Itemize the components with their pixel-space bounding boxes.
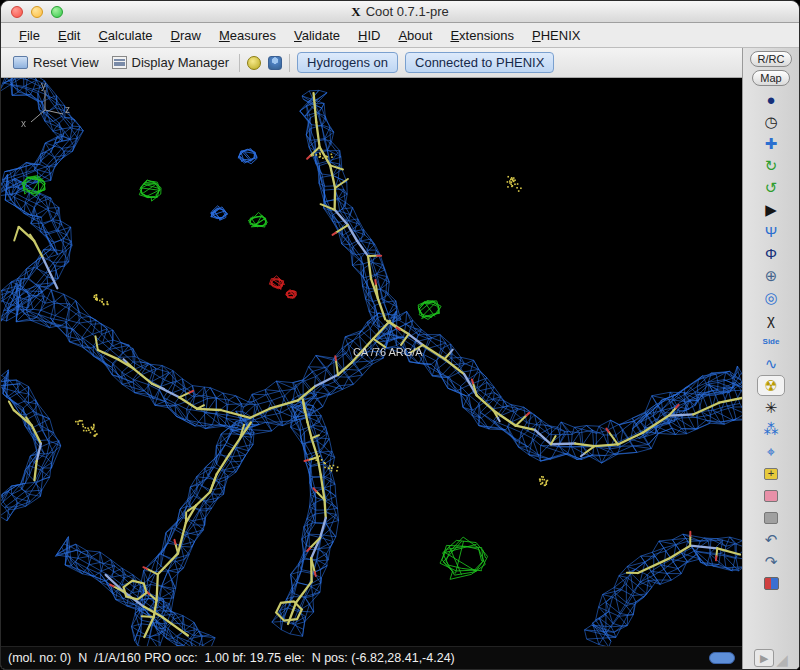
clock-icon[interactable]: ◷ [757, 111, 785, 132]
axis-z-label: z [65, 104, 70, 115]
torsion-icon[interactable]: ↺ [757, 177, 785, 198]
add-waters-icon[interactable]: ⁂ [757, 419, 785, 440]
viewport: y z x CA /76 ARG/A [1, 78, 742, 646]
sphere-icon[interactable]: ● [757, 89, 785, 110]
reset-view-icon [13, 56, 28, 69]
resize-grip-icon[interactable]: ◢ [776, 652, 788, 667]
menu-bar: File Edit Calculate Draw Measures Valida… [1, 23, 799, 48]
mutate-icon[interactable]: Φ [757, 243, 785, 264]
hydrogens-toggle[interactable]: Hydrogens on [297, 52, 398, 73]
window-controls [11, 6, 63, 18]
radiation-icon[interactable]: ☢ [757, 375, 785, 396]
viewport-canvas[interactable] [1, 78, 742, 646]
flag-box-icon [764, 577, 779, 590]
display-manager-label: Display Manager [132, 55, 230, 70]
find-ligand-icon[interactable]: ⌖ [757, 441, 785, 462]
delete-item-icon[interactable] [757, 507, 785, 528]
chi-angles-icon[interactable]: χ [757, 309, 785, 330]
reset-view-label: Reset View [33, 55, 99, 70]
axis-y-label: y [41, 80, 46, 91]
toolbar-separator [239, 54, 240, 72]
title-bar: X Coot 0.7.1-pre [1, 1, 799, 23]
add-residue-icon[interactable]: + [757, 463, 785, 484]
display-flag-icon[interactable] [757, 573, 785, 594]
display-manager-button[interactable]: Display Manager [109, 53, 233, 72]
jiggle-fit-icon[interactable]: ∿ [757, 353, 785, 374]
status-bar: (mol. no: 0) N /1/A/160 PRO occ: 1.00 bf… [1, 646, 742, 669]
rotate-zone-icon[interactable]: ↻ [757, 155, 785, 176]
minimize-button[interactable] [31, 6, 43, 18]
scrollbar-thumb[interactable] [709, 652, 735, 664]
menu-item-extensions[interactable]: Extensions [442, 26, 522, 45]
reset-view-button[interactable]: Reset View [10, 53, 102, 72]
coot-window: X Coot 0.7.1-pre File Edit Calculate Dra… [0, 0, 800, 670]
move-atoms-icon[interactable]: ✚ [757, 133, 785, 154]
display-manager-icon [112, 56, 127, 69]
kill-sidechain-icon[interactable]: ✳ [757, 397, 785, 418]
menu-item-about[interactable]: About [390, 26, 440, 45]
window-title: Coot 0.7.1-pre [366, 4, 449, 19]
toolbar-separator [289, 54, 290, 72]
sphere-refine-icon[interactable]: ◎ [757, 287, 785, 308]
residue-label: CA /76 ARG/A [353, 346, 423, 358]
side-chain-icon[interactable]: Side [757, 331, 785, 352]
close-button[interactable] [11, 6, 23, 18]
redo-icon[interactable]: ↷ [757, 551, 785, 572]
add-terminal-residue-icon[interactable]: ⊕ [757, 265, 785, 286]
add-residue-box-icon: + [764, 468, 778, 480]
menu-item-phenix[interactable]: PHENIX [524, 26, 588, 45]
zoom-button[interactable] [51, 6, 63, 18]
undo-icon[interactable]: ↶ [757, 529, 785, 550]
r-rc-button[interactable]: R/RC [750, 51, 793, 67]
go-to-residue-icon[interactable] [268, 56, 282, 70]
eraser-icon[interactable] [757, 485, 785, 506]
status-text: (mol. no: 0) N /1/A/160 PRO occ: 1.00 bf… [8, 651, 701, 665]
menu-item-measures[interactable]: Measures [211, 26, 284, 45]
main-toolbar: Reset View Display Manager Hydrogens on … [1, 48, 742, 78]
phenix-connection-toggle[interactable]: Connected to PHENIX [405, 52, 554, 73]
map-button[interactable]: Map [752, 70, 789, 86]
x11-icon: X [351, 4, 360, 20]
go-to-atom-icon[interactable] [247, 56, 261, 70]
menu-item-calculate[interactable]: Calculate [90, 26, 160, 45]
eraser-box-icon [764, 490, 778, 502]
menu-item-file[interactable]: File [11, 26, 48, 45]
menu-item-draw[interactable]: Draw [163, 26, 209, 45]
axis-x-label: x [21, 118, 26, 129]
rotamer-icon[interactable]: Ψ [757, 221, 785, 242]
menu-item-validate[interactable]: Validate [286, 26, 348, 45]
right-toolbar: R/RC Map ● ◷ ✚ ↻ ↺ ▶ Ψ Φ ⊕ ◎ χ Side ∿ ☢ … [742, 48, 799, 669]
expander-triangle-icon[interactable]: ▶ [754, 649, 774, 667]
menu-item-edit[interactable]: Edit [50, 26, 88, 45]
trash-box-icon [764, 512, 778, 524]
play-icon[interactable]: ▶ [757, 199, 785, 220]
menu-item-hid[interactable]: HID [350, 26, 388, 45]
